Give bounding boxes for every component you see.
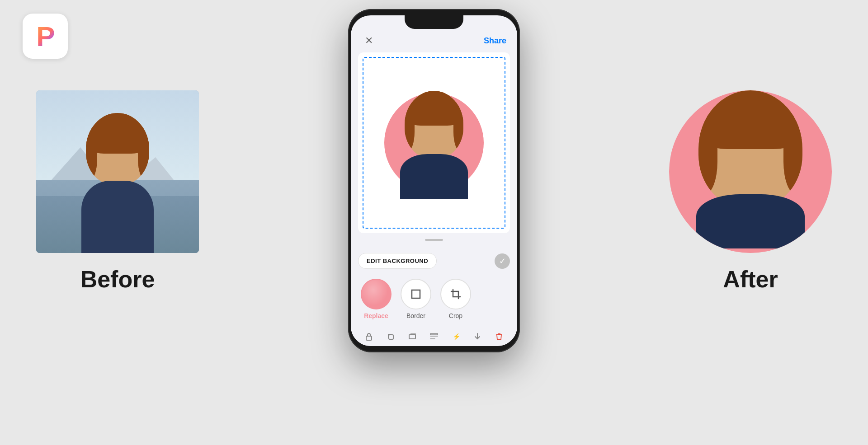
before-image (36, 90, 199, 253)
before-scene (36, 90, 199, 253)
svg-rect-1 (366, 336, 372, 340)
phone-notch (405, 15, 463, 29)
confirm-button[interactable]: ✓ (495, 253, 510, 269)
profile-person-body (400, 154, 468, 199)
border-tool-label: Border (406, 312, 425, 319)
close-button[interactable]: ✕ (362, 33, 376, 48)
tools-row: Replace Border (358, 275, 510, 327)
align-icon (429, 332, 439, 342)
app-icon-letter: P (36, 20, 54, 52)
layers-icon (407, 332, 417, 342)
border-tool-circle (401, 279, 431, 309)
before-section: Before (36, 90, 199, 293)
profile-person-hair-left (405, 102, 415, 152)
lock-icon-button[interactable] (361, 328, 377, 345)
after-person-body (696, 194, 805, 248)
layers-icon-button[interactable] (404, 328, 420, 345)
lock-icon (364, 332, 374, 342)
border-tool[interactable]: Border (398, 279, 434, 319)
after-person-hair-right (783, 113, 802, 194)
profile-person-hair-right (453, 102, 463, 152)
before-person-face (86, 113, 149, 185)
app-icon: P (23, 14, 68, 59)
edit-background-label[interactable]: EDIT BACKGROUND (358, 253, 437, 269)
align-icon-button[interactable] (426, 328, 442, 345)
copy-icon-button[interactable] (382, 328, 399, 345)
replace-tool-circle (361, 279, 392, 309)
after-person-hair-left (698, 113, 717, 194)
phone-canvas (358, 52, 510, 233)
replace-tool[interactable]: Replace (358, 279, 394, 319)
after-person-face (698, 90, 802, 208)
border-icon (410, 288, 422, 300)
phone-body: ✕ Share (348, 9, 520, 352)
before-person-hair-right (138, 126, 149, 181)
after-label: After (723, 266, 778, 293)
export-icon-button[interactable] (469, 328, 486, 345)
before-person (68, 113, 167, 253)
after-person (678, 90, 823, 248)
share-button[interactable]: Share (484, 36, 506, 46)
phone-header: ✕ Share (351, 29, 517, 52)
before-person-hair-left (86, 126, 97, 181)
replace-tool-label: Replace (364, 312, 388, 319)
svg-rect-3 (409, 335, 415, 339)
crop-tool[interactable]: Crop (438, 279, 474, 319)
export-icon (472, 332, 482, 342)
after-section: After (669, 90, 832, 293)
svg-rect-4 (430, 333, 438, 335)
crop-tool-circle (440, 279, 471, 309)
crop-tool-label: Crop (449, 312, 462, 319)
profile-person (389, 91, 479, 199)
bottom-icons-row: ⚡ (358, 327, 510, 346)
bottom-panel: EDIT BACKGROUND ✓ Replace (351, 246, 517, 346)
phone-screen: ✕ Share (351, 15, 517, 346)
after-image (669, 90, 832, 253)
copy-icon (386, 332, 396, 342)
profile-person-face (405, 91, 463, 159)
phone-mockup: ✕ Share (348, 9, 520, 352)
effects-icon: ⚡ (451, 332, 461, 342)
svg-rect-0 (412, 290, 420, 298)
profile-image-container (375, 84, 493, 201)
checkmark-icon: ✓ (499, 256, 506, 266)
close-icon: ✕ (365, 35, 373, 47)
before-person-body (81, 181, 154, 253)
edit-bg-header: EDIT BACKGROUND ✓ (358, 246, 510, 275)
crop-icon (449, 288, 462, 300)
before-label: Before (80, 266, 155, 293)
effects-icon-button[interactable]: ⚡ (448, 328, 464, 345)
drag-handle[interactable] (425, 239, 443, 241)
svg-rect-2 (389, 335, 393, 339)
trash-icon (494, 332, 504, 342)
svg-text:⚡: ⚡ (453, 333, 461, 341)
delete-icon-button[interactable] (491, 328, 507, 345)
